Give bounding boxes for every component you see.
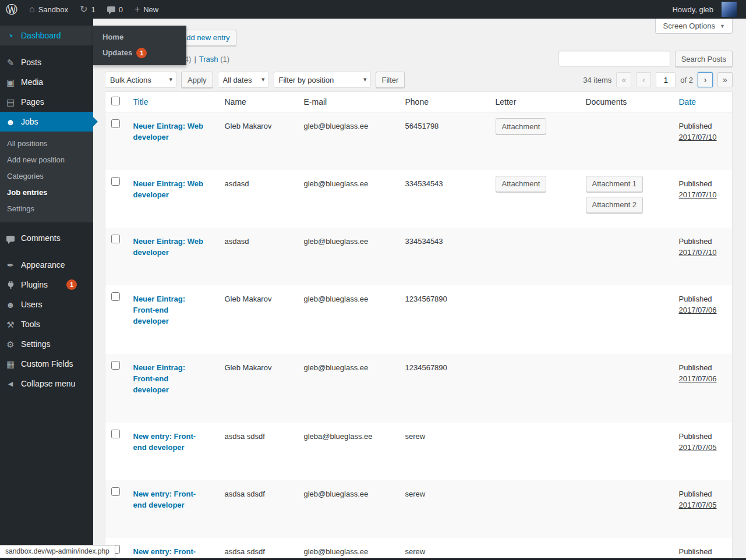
filter-button[interactable]: Filter xyxy=(376,72,405,88)
chevron-down-icon: ▼ xyxy=(720,23,725,29)
posts-icon: ✎ xyxy=(5,58,16,67)
row-status: Published xyxy=(679,293,728,304)
letter-attachment-button[interactable]: Attachment xyxy=(496,176,547,192)
sidebar-item-tools[interactable]: ⚒ Tools xyxy=(0,314,93,334)
comments-icon xyxy=(107,6,115,12)
search-posts-button[interactable]: Search Posts xyxy=(675,51,733,67)
screen-options-button[interactable]: Screen Options ▼ xyxy=(655,19,733,34)
row-title-cell: New entry: Front-end developer xyxy=(129,423,220,480)
position-filter-select[interactable]: Filter by position xyxy=(274,72,371,88)
row-name-cell: Gleb Makarov xyxy=(220,354,299,423)
row-status: Published xyxy=(679,178,728,189)
row-date: 2017/07/10 xyxy=(679,248,717,257)
sidebar-subitem-settings[interactable]: Settings xyxy=(0,201,93,217)
bulk-actions-select[interactable]: Bulk Actions xyxy=(105,72,176,88)
row-date: 2017/07/05 xyxy=(679,443,717,452)
collapse-icon: ◀ xyxy=(5,381,16,387)
row-phone-cell: serew xyxy=(401,423,491,480)
sidebar-item-posts[interactable]: ✎ Posts xyxy=(0,52,93,72)
table-row: New entry: Front-end developerasdsa sdsd… xyxy=(105,480,733,538)
new-content-menu[interactable]: + New xyxy=(129,0,164,19)
row-checkbox[interactable] xyxy=(111,235,120,243)
row-email-cell: gleb@blueglass.ee xyxy=(299,228,401,285)
status-bar-link-preview: sandbox.dev/wp-admin/index.php xyxy=(0,545,115,558)
row-checkbox[interactable] xyxy=(111,292,120,301)
column-header-date[interactable]: Date xyxy=(674,92,733,112)
sidebar-item-comments[interactable]: Comments xyxy=(0,228,93,248)
row-title-link[interactable]: Neuer Eintrag: Web developer xyxy=(133,236,205,258)
row-title-link[interactable]: Neuer Eintrag: Front-end developer xyxy=(133,362,205,395)
site-menu[interactable]: ⌂ Sandbox xyxy=(23,0,74,19)
row-checkbox-cell xyxy=(105,354,129,423)
sidebar-item-label: Comments xyxy=(21,233,93,243)
row-date: 2017/07/10 xyxy=(679,190,717,199)
sidebar-item-jobs[interactable]: ☻ Jobs xyxy=(0,112,93,132)
row-checkbox[interactable] xyxy=(111,119,120,128)
row-name-cell: asdasd xyxy=(220,170,299,228)
row-checkbox[interactable] xyxy=(111,430,120,438)
sidebar-item-dashboard[interactable]: ◔ Dashboard xyxy=(0,26,93,45)
wordpress-menu[interactable]: Ⓦ xyxy=(0,0,23,19)
row-title-link[interactable]: Neuer Eintrag: Web developer xyxy=(133,120,205,143)
sidebar-subitem-job-entries[interactable]: Job entries xyxy=(0,185,93,201)
select-all-checkbox[interactable] xyxy=(111,97,120,105)
updates-menu[interactable]: ↻ 1 xyxy=(74,0,101,19)
row-date-cell: Published2017/07/05 xyxy=(674,480,733,538)
sidebar-item-media[interactable]: ▣ Media xyxy=(0,72,93,92)
my-account-menu[interactable]: Howdy, gleb xyxy=(666,0,743,19)
apply-button[interactable]: Apply xyxy=(181,72,213,88)
comments-icon xyxy=(5,234,16,243)
row-checkbox-cell xyxy=(105,112,129,170)
date-filter-select[interactable]: All dates xyxy=(218,72,269,88)
letter-attachment-button[interactable]: Attachment xyxy=(496,118,547,134)
document-attachment-button[interactable]: Attachment 1 xyxy=(586,176,644,192)
row-checkbox[interactable] xyxy=(111,487,120,496)
first-page-button[interactable]: « xyxy=(616,72,631,87)
sidebar-subitem-add-new-position[interactable]: Add new position xyxy=(0,152,93,168)
sidebar-subitem-all-positions[interactable]: All positions xyxy=(0,136,93,152)
column-header-title[interactable]: Title xyxy=(129,92,220,112)
row-email-cell: gleb@blueglass.ee xyxy=(299,285,401,354)
column-header-label: E-mail xyxy=(304,97,327,107)
row-status: Published xyxy=(679,120,728,132)
sidebar-item-plugins[interactable]: Plugins 1 xyxy=(0,275,93,295)
sidebar-item-appearance[interactable]: ✒ Appearance xyxy=(0,255,93,275)
current-page-input[interactable] xyxy=(656,72,676,87)
filter-controls: Bulk Actions Apply All dates Filter by p… xyxy=(105,72,405,88)
search-input[interactable] xyxy=(558,51,670,67)
row-letter-cell xyxy=(491,538,581,560)
prev-page-button[interactable]: ‹ xyxy=(636,72,651,87)
next-page-button[interactable]: › xyxy=(698,72,713,87)
users-icon: ☻ xyxy=(5,300,16,309)
row-title-link[interactable]: New entry: Front-end developer xyxy=(133,488,205,511)
row-title-link[interactable]: Neuer Eintrag: Front-end developer xyxy=(133,293,205,327)
sidebar-subitem-categories[interactable]: Categories xyxy=(0,168,93,185)
sidebar-item-settings[interactable]: ⚙ Settings xyxy=(0,334,93,354)
pages-icon: ▤ xyxy=(5,98,16,107)
row-documents-cell xyxy=(581,228,674,285)
document-attachment-button[interactable]: Attachment 2 xyxy=(586,197,644,213)
row-checkbox[interactable] xyxy=(111,177,120,186)
row-letter-cell xyxy=(491,423,581,480)
row-date: 2017/07/06 xyxy=(679,306,717,314)
sidebar-item-users[interactable]: ☻ Users xyxy=(0,295,93,314)
current-menu-arrow xyxy=(93,117,98,126)
plus-icon: + xyxy=(135,5,140,14)
flyout-item-home[interactable]: Home xyxy=(93,29,186,45)
last-page-button[interactable]: » xyxy=(717,72,733,87)
sidebar-item-collapse-menu[interactable]: ◀ Collapse menu xyxy=(0,374,93,394)
row-title-cell: Neuer Eintrag: Front-end developer xyxy=(129,354,220,423)
row-title-link[interactable]: New entry: Front-end developer xyxy=(133,431,205,453)
comments-menu[interactable]: 0 xyxy=(101,0,129,19)
row-title-link[interactable]: Neuer Eintrag: Web developer xyxy=(133,178,205,200)
column-header-label: Title xyxy=(133,97,149,107)
sidebar-item-pages[interactable]: ▤ Pages xyxy=(0,92,93,112)
view-trash-link[interactable]: Trash (1) xyxy=(199,55,229,63)
sidebar-item-label: Dashboard xyxy=(21,31,93,40)
table-row: New entry: Front-end developerasdsa sdsd… xyxy=(105,538,733,560)
table-row: New entry: Front-end developerasdsa sdsd… xyxy=(105,423,733,480)
sidebar-item-custom-fields[interactable]: ▦ Custom Fields xyxy=(0,354,93,374)
row-checkbox[interactable] xyxy=(111,361,120,370)
flyout-item-updates[interactable]: Updates 1 xyxy=(93,45,186,61)
row-documents-cell xyxy=(581,423,674,480)
